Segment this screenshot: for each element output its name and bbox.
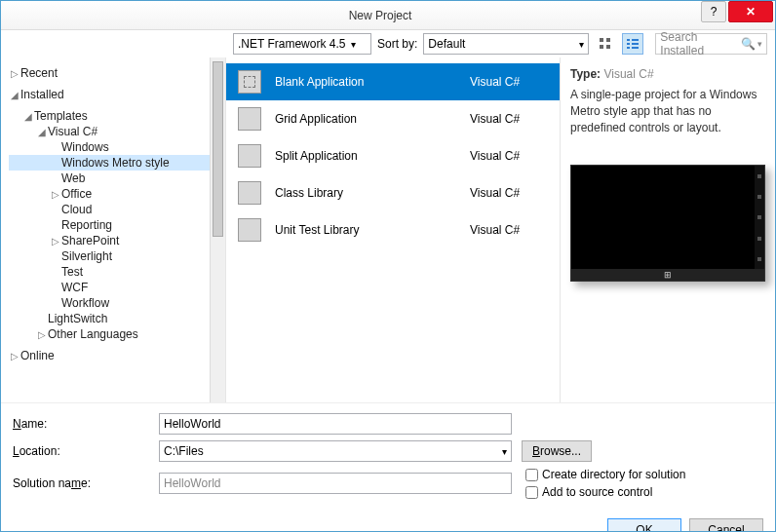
tree-recent[interactable]: ▷Recent (9, 65, 221, 81)
chevron-down-icon: ▾ (502, 446, 507, 457)
add-source-control-checkbox[interactable]: Add to source control (525, 485, 685, 499)
template-list: Blank Application Visual C# Grid Applica… (225, 57, 561, 402)
tree-item-office[interactable]: ▷Office (9, 186, 221, 202)
chevron-right-icon: ▷ (9, 351, 20, 361)
list-icon (626, 37, 640, 51)
tree-item-sharepoint[interactable]: ▷SharePoint (9, 233, 221, 248)
chevron-right-icon: ▷ (50, 189, 61, 200)
view-list-button[interactable] (622, 33, 643, 55)
tree-item-windows[interactable]: Windows (9, 139, 221, 155)
name-label: Name: (13, 417, 159, 431)
dialog-buttons: OK Cancel (1, 513, 775, 532)
svg-rect-3 (606, 45, 610, 49)
framework-dropdown[interactable]: .NET Framework 4.5 ▾ (233, 33, 371, 55)
tree-item-cloud[interactable]: Cloud (9, 202, 221, 217)
tree-item-windows-metro[interactable]: Windows Metro style (9, 155, 221, 171)
window-title: New Project (59, 9, 701, 22)
close-icon: ✕ (746, 5, 756, 19)
close-button[interactable]: ✕ (728, 1, 773, 22)
tree-item-web[interactable]: Web (9, 171, 221, 186)
browse-button[interactable]: Browse... (522, 440, 592, 462)
create-directory-checkbox[interactable]: Create directory for solution (525, 468, 685, 481)
chevron-down-icon: ▾ (579, 39, 584, 50)
chevron-right-icon: ▷ (9, 68, 20, 79)
preview-image: ⊞ (570, 165, 765, 282)
chevron-down-icon: ▾ (757, 39, 762, 49)
tree-scrollbar[interactable] (210, 57, 225, 402)
titlebar: New Project ? ✕ (1, 1, 775, 30)
tree-templates[interactable]: ◢Templates (9, 108, 221, 124)
solution-name-label: Solution name: (13, 476, 159, 490)
ok-button[interactable]: OK (607, 518, 681, 532)
svg-rect-9 (632, 47, 639, 49)
template-split-application[interactable]: Split Application Visual C# (226, 137, 560, 174)
toolbar: .NET Framework 4.5 ▾ Sort by: Default ▾ … (1, 30, 775, 57)
location-label: Location: (13, 444, 159, 458)
sortby-label: Sort by: (377, 37, 417, 51)
location-input[interactable]: C:\Files ▾ (159, 440, 512, 462)
tree-other-languages[interactable]: ▷Other Languages (9, 326, 221, 342)
tree-installed[interactable]: ◢Installed (9, 87, 221, 102)
svg-rect-2 (600, 45, 603, 49)
help-button[interactable]: ? (701, 1, 726, 22)
category-tree: ▷Recent ◢Installed ◢Templates ◢Visual C#… (1, 57, 225, 402)
svg-rect-8 (627, 47, 630, 49)
search-icon: 🔍 (741, 37, 756, 51)
search-input[interactable]: Search Installed 🔍 ▾ (655, 33, 767, 55)
chevron-right-icon: ▷ (50, 236, 61, 247)
solution-name-input[interactable] (159, 473, 512, 494)
form-area: Name: Location: C:\Files ▾ Browse... Sol… (1, 402, 775, 513)
sortby-dropdown[interactable]: Default ▾ (423, 33, 589, 55)
svg-rect-1 (606, 38, 610, 42)
tree-lightswitch[interactable]: LightSwitch (9, 311, 221, 326)
framework-label: .NET Framework 4.5 (238, 37, 345, 51)
template-blank-application[interactable]: Blank Application Visual C# (226, 63, 560, 100)
svg-rect-5 (632, 39, 639, 41)
template-class-library[interactable]: Class Library Visual C# (226, 174, 560, 211)
name-input[interactable] (159, 413, 512, 435)
tree-item-workflow[interactable]: Workflow (9, 295, 221, 311)
svg-rect-6 (627, 43, 630, 45)
chevron-down-icon: ◢ (36, 127, 48, 137)
tree-item-test[interactable]: Test (9, 264, 221, 280)
tree-online[interactable]: ▷Online (9, 348, 221, 363)
cancel-button[interactable]: Cancel (689, 518, 763, 532)
template-unit-test-library[interactable]: Unit Test Library Visual C# (226, 211, 560, 248)
main-area: ▷Recent ◢Installed ◢Templates ◢Visual C#… (1, 57, 775, 402)
chevron-right-icon: ▷ (36, 329, 48, 340)
template-icon (238, 144, 261, 168)
tree-item-silverlight[interactable]: Silverlight (9, 248, 221, 264)
search-placeholder: Search Installed (660, 30, 741, 57)
chevron-down-icon: ◢ (9, 90, 20, 100)
template-icon (238, 70, 261, 94)
question-icon: ? (711, 5, 718, 19)
scrollbar-thumb[interactable] (213, 61, 223, 237)
svg-rect-7 (632, 43, 639, 45)
template-grid-application[interactable]: Grid Application Visual C# (226, 100, 560, 137)
chevron-down-icon: ▾ (351, 39, 356, 50)
tree-item-reporting[interactable]: Reporting (9, 217, 221, 233)
grid-icon (599, 37, 612, 51)
template-icon (238, 218, 261, 242)
windows-icon: ⊞ (664, 270, 672, 280)
chevron-down-icon: ◢ (22, 111, 34, 122)
detail-description: A single-page project for a Windows Metr… (570, 87, 765, 135)
detail-pane: Type: Visual C# A single-page project fo… (561, 57, 775, 402)
template-icon (238, 181, 261, 205)
svg-rect-0 (600, 38, 603, 42)
detail-type: Type: Visual C# (570, 67, 765, 81)
svg-rect-4 (627, 39, 630, 41)
tree-visual-csharp[interactable]: ◢Visual C# (9, 124, 221, 139)
tree-item-wcf[interactable]: WCF (9, 280, 221, 295)
view-smallicons-button[interactable] (595, 33, 616, 55)
sortby-value: Default (428, 37, 465, 51)
template-icon (238, 107, 261, 131)
